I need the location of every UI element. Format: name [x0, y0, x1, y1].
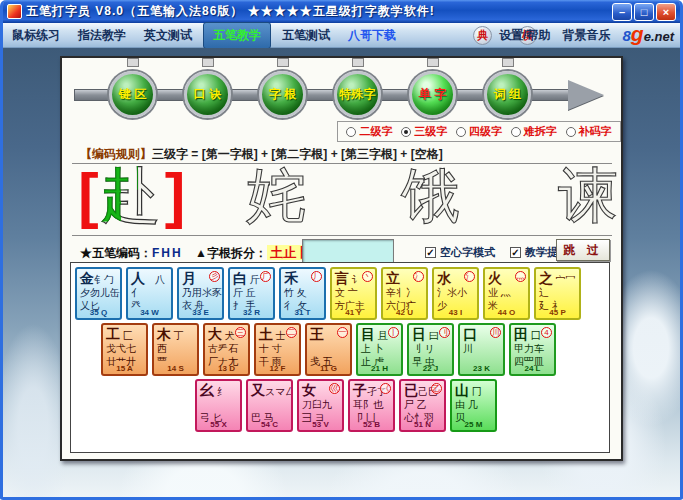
- key-code-label: 32 R: [230, 308, 273, 318]
- settings-help-link[interactable]: 设置/帮助: [499, 27, 550, 44]
- key-code-label: 25 M: [452, 420, 495, 430]
- key-I[interactable]: 氵水氵氺小少43 I: [432, 267, 479, 320]
- key-P[interactable]: 之 宀冖辶廴 礻45 P: [534, 267, 581, 320]
- lesson-panel: 键 区口 诀字 根特殊字单 字词 组 二级字三级字四级字难拆字补码字 【编码规则…: [60, 56, 623, 461]
- checkbox-checkmark-icon[interactable]: ✓: [510, 247, 521, 258]
- nav-step-label: 键 区: [119, 86, 146, 103]
- radio-icon[interactable]: [456, 127, 466, 137]
- background-music-link[interactable]: 背景音乐: [562, 27, 610, 44]
- key-U[interactable]: 冫立辛丬冫六门疒42 U: [381, 267, 428, 320]
- key-A[interactable]: 工 匚戈弋七廿艹廾15 A: [101, 323, 148, 376]
- key-T[interactable]: 丿禾竹 夂彳 攵31 T: [279, 267, 326, 320]
- key-code-label: 14 S: [154, 364, 197, 374]
- key-radicals-line: 尸 乙: [404, 399, 441, 411]
- hollow-mode-checkbox[interactable]: ✓ 空心字模式: [425, 245, 495, 260]
- nav-step-tab: [127, 58, 139, 67]
- level-option-3[interactable]: 四级字: [456, 124, 502, 139]
- level-option-1[interactable]: 二级字: [346, 124, 392, 139]
- key-L[interactable]: 4田 囗甲力车四罒皿24 L: [509, 323, 556, 376]
- key-X[interactable]: 幺 纟 弓 匕55 X: [195, 379, 242, 432]
- nav-step-label: 单 字: [419, 86, 446, 103]
- key-code-label: 12 F: [256, 364, 299, 374]
- menu-item-5[interactable]: 五笔测试: [273, 23, 339, 48]
- stroke-mark-icon: 乙: [431, 383, 442, 394]
- key-code-label: 43 I: [434, 308, 477, 318]
- key-radicals-line: 竹 夂: [284, 287, 321, 299]
- key-E[interactable]: 彡月乃用氺豕衣 舟33 E: [177, 267, 224, 320]
- wubi-code-value: FHH: [152, 246, 183, 260]
- key-radicals-line: 西: [157, 343, 194, 355]
- round-button-1[interactable]: 典: [473, 26, 492, 45]
- key-D[interactable]: 三大 犬古龵石厂ナ尢13 D: [203, 323, 250, 376]
- nav-step-tab: [202, 58, 214, 67]
- key-O[interactable]: 灬火业 灬米44 O: [483, 267, 530, 320]
- key-F[interactable]: 二土 士十 寸干 雨12 F: [254, 323, 301, 376]
- radio-icon[interactable]: [346, 127, 356, 137]
- stroke-mark-icon: 二: [286, 327, 297, 338]
- key-B[interactable]: 《子孑了耳阝也卩 凵52 B: [348, 379, 395, 432]
- key-C[interactable]: 又スマ厶 巴 马54 C: [246, 379, 293, 432]
- level-option-2[interactable]: 三级字: [401, 124, 447, 139]
- stroke-mark-icon: 丶: [362, 271, 373, 282]
- key-V[interactable]: 巛女刀臼九彐 ヨ53 V: [297, 379, 344, 432]
- title-bar: 五笔打字员 V8.0（五笔输入法86版） ★★★★★五星级打字教学软件! – □…: [3, 0, 680, 23]
- level-option-5[interactable]: 补码字: [566, 124, 612, 139]
- key-J[interactable]: 刂日 曰刂 リ早 虫22 J: [407, 323, 454, 376]
- nav-step-1[interactable]: 键 区: [109, 71, 156, 118]
- minimize-button[interactable]: –: [612, 3, 632, 21]
- key-radicals-line: 金钅勹: [80, 270, 117, 287]
- menu-item-2[interactable]: 指法教学: [69, 23, 135, 48]
- nav-step-3[interactable]: 字 根: [259, 71, 306, 118]
- stroke-mark-icon: 丿: [311, 271, 322, 282]
- typing-input[interactable]: [302, 239, 394, 264]
- key-M[interactable]: 山 冂由 几贝25 M: [450, 379, 497, 432]
- nav-step-tab: [277, 58, 289, 67]
- nav-step-5[interactable]: 单 字: [409, 71, 456, 118]
- key-code-label: 44 O: [485, 308, 528, 318]
- nav-step-tab: [352, 58, 364, 67]
- key-Q[interactable]: 金钅勹夕勿儿缶乂匕35 Q: [75, 267, 122, 320]
- app-window: 五笔打字员 V8.0（五笔输入法86版） ★★★★★五星级打字教学软件! – □…: [0, 0, 683, 500]
- radio-icon[interactable]: [401, 127, 411, 137]
- stroke-mark-icon: ⺁: [260, 271, 271, 282]
- key-code-label: 35 Q: [77, 308, 120, 318]
- key-radicals-line: 夕勿儿缶: [80, 287, 117, 299]
- key-W[interactable]: 人 八亻癶34 W: [126, 267, 173, 320]
- key-K[interactable]: 川口川 23 K: [458, 323, 505, 376]
- nav-step-2[interactable]: 口 诀: [184, 71, 231, 118]
- menu-item-1[interactable]: 鼠标练习: [3, 23, 69, 48]
- skip-button[interactable]: 跳 过: [556, 239, 610, 261]
- checkbox-checkmark-icon[interactable]: ✓: [425, 247, 436, 258]
- key-S[interactable]: 木 丁西覀14 S: [152, 323, 199, 376]
- menu-item-6[interactable]: 八哥下载: [339, 23, 405, 48]
- progress-arrowhead-icon: [568, 80, 604, 110]
- stroke-mark-icon: 刂: [439, 327, 450, 338]
- nav-step-6[interactable]: 词 组: [484, 71, 531, 118]
- stroke-mark-icon: 巛: [329, 383, 340, 394]
- key-Y[interactable]: 丶言 讠文 亠方广主41 Y: [330, 267, 377, 320]
- key-code-label: 31 T: [281, 308, 324, 318]
- key-H[interactable]: 丨目 且上 卜止 虍21 H: [356, 323, 403, 376]
- close-button[interactable]: ×: [656, 3, 676, 21]
- key-radicals-line: 上 卜: [361, 343, 398, 355]
- key-radicals-line: 刀臼九: [302, 399, 339, 411]
- key-G[interactable]: 一王 戋 五11 G: [305, 323, 352, 376]
- radio-icon[interactable]: [566, 127, 576, 137]
- winter-background: 键 区口 诀字 根特殊字单 字词 组 二级字三级字四级字难拆字补码字 【编码规则…: [3, 48, 680, 497]
- nav-step-label: 字 根: [269, 86, 296, 103]
- radio-icon[interactable]: [511, 127, 521, 137]
- queue-character: 姹: [246, 160, 306, 230]
- menu-item-4[interactable]: 五笔教学: [203, 22, 271, 49]
- key-N[interactable]: 乙已己巳尸 乙心忄羽51 N: [399, 379, 446, 432]
- stroke-mark-icon: 彡: [209, 271, 220, 282]
- key-code-label: 54 C: [248, 420, 291, 430]
- key-radicals-line: 之 宀冖: [539, 270, 576, 287]
- key-R[interactable]: ⺁白 斤斤 丘扌 手32 R: [228, 267, 275, 320]
- stroke-mark-icon: 丨: [388, 327, 399, 338]
- nav-step-label: 口 诀: [194, 86, 221, 103]
- nav-step-4[interactable]: 特殊字: [334, 71, 381, 118]
- level-option-4[interactable]: 难拆字: [511, 124, 557, 139]
- maximize-button[interactable]: □: [634, 3, 654, 21]
- wubi-keyboard: 金钅勹夕勿儿缶乂匕35 Q人 八亻癶34 W彡月乃用氺豕衣 舟33 E⺁白 斤斤…: [70, 262, 610, 453]
- menu-item-3[interactable]: 英文测试: [135, 23, 201, 48]
